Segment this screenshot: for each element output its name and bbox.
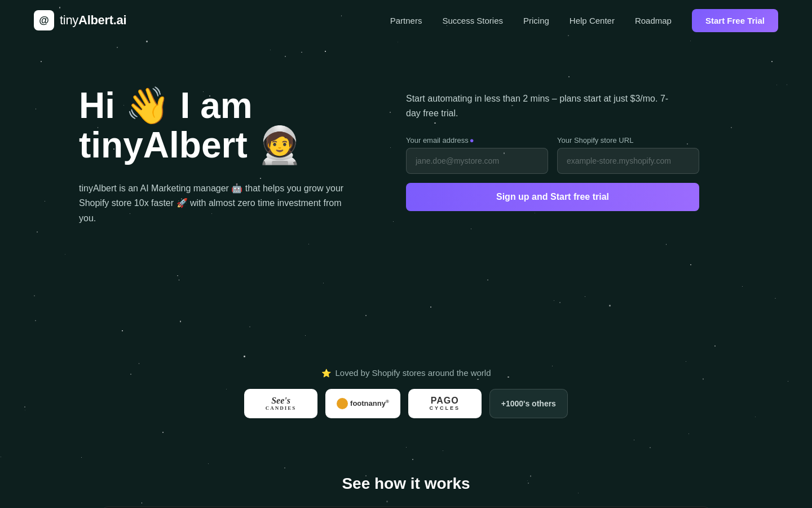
social-proof-section: Loved by Shopify stores around the world… — [0, 357, 812, 452]
email-group: Your email address● — [406, 136, 548, 174]
logo-text: tinyAlbert.ai — [60, 13, 126, 28]
nav-roadmap[interactable]: Roadmap — [635, 16, 672, 25]
shopify-url-group: Your Shopify store URL — [557, 136, 699, 174]
start-free-trial-button[interactable]: Start Free Trial — [692, 9, 778, 32]
signup-button[interactable]: Sign up and Start free trial — [406, 183, 699, 211]
hero-section: Hi 👋 I am tinyAlbert 🧑‍🚀 tinyAlbert is a… — [0, 41, 812, 357]
loved-title: Loved by Shopify stores around the world — [0, 368, 812, 378]
nav-partners[interactable]: Partners — [390, 16, 422, 25]
site-header: @ tinyAlbert.ai Partners Success Stories… — [0, 0, 812, 41]
hero-subtitle: Start automating in less than 2 mins – p… — [406, 91, 677, 120]
email-label: Your email address● — [406, 136, 548, 144]
hero-left: Hi 👋 I am tinyAlbert 🧑‍🚀 tinyAlbert is a… — [79, 86, 372, 226]
logo-icon: @ — [34, 10, 54, 30]
hero-greeting: Hi 👋 I am — [79, 86, 372, 125]
see-how-section: See how it works — [0, 452, 812, 508]
brand-logos: See's CANDIES footnanny® PAGO CYCLES +10… — [0, 389, 812, 418]
email-input[interactable] — [406, 148, 548, 174]
hero-name: tinyAlbert 🧑‍🚀 — [79, 125, 372, 165]
hero-right: Start automating in less than 2 mins – p… — [406, 86, 699, 211]
hero-description: tinyAlbert is an AI Marketing manager 🤖 … — [79, 181, 344, 226]
logo[interactable]: @ tinyAlbert.ai — [34, 10, 126, 30]
signup-form-row: Your email address● Your Shopify store U… — [406, 136, 699, 174]
brand-pago-cycles: PAGO CYCLES — [408, 389, 482, 418]
brand-others: +1000's others — [489, 389, 568, 418]
brand-footnanny: footnanny® — [325, 389, 400, 418]
see-title: See how it works — [0, 475, 812, 493]
nav-pricing[interactable]: Pricing — [523, 16, 549, 25]
hero-title: Hi 👋 I am tinyAlbert 🧑‍🚀 — [79, 86, 372, 165]
shopify-url-label: Your Shopify store URL — [557, 136, 699, 144]
footnanny-icon — [337, 398, 348, 409]
brand-sees-candies: See's CANDIES — [244, 389, 317, 418]
shopify-url-input[interactable] — [557, 148, 699, 174]
nav-success-stories[interactable]: Success Stories — [442, 16, 503, 25]
main-nav: Partners Success Stories Pricing Help Ce… — [390, 9, 778, 32]
nav-help-center[interactable]: Help Center — [570, 16, 615, 25]
